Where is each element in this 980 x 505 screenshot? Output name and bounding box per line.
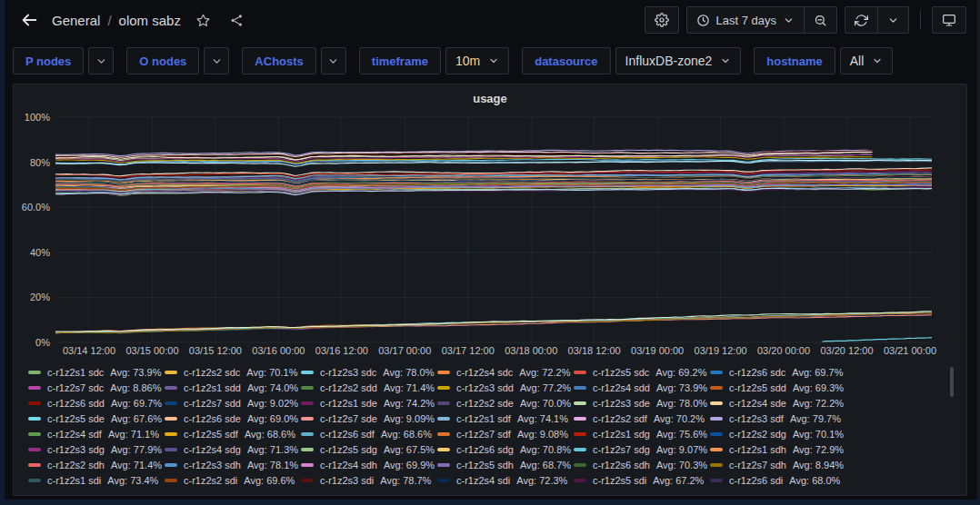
zoom-out-time-button[interactable]	[805, 6, 837, 34]
breadcrumb-folder[interactable]: General	[52, 13, 100, 28]
series-avg: Avg: 70.1%	[246, 367, 297, 378]
legend-item[interactable]: c-r1z2s5 sdeAvg: 67.6%	[28, 413, 165, 424]
legend-item[interactable]: c-r1z2s4 sdjAvg: 79.0%	[574, 490, 710, 493]
refresh-dashboard-button[interactable]	[845, 6, 878, 34]
y-axis-tick-label: 60.0%	[14, 202, 50, 213]
legend-item[interactable]: c-r1z2s6 sddAvg: 69.7%	[28, 398, 165, 409]
grafana-window: General / olom sabz Last 7 days	[0, 0, 980, 505]
variable-p-nodes-label[interactable]: P nodes	[13, 47, 84, 74]
variable-achosts-label[interactable]: AChosts	[242, 47, 315, 74]
legend-item[interactable]: c-r1z2s7 sdfAvg: 9.08%	[437, 429, 574, 440]
legend-item[interactable]: c-r1z2s4 sdiAvg: 72.3%	[437, 475, 574, 486]
legend-item[interactable]: c-r1z2s7 sdgAvg: 9.07%	[574, 444, 710, 455]
variable-timeframe-value-dropdown[interactable]: 10m	[445, 47, 509, 74]
series-name: c-r1z2s7 sdf	[456, 429, 511, 440]
series-name: c-r1z2s6 sdg	[456, 444, 514, 455]
legend-item[interactable]: c-r1z2s1 sdiAvg: 73.4%	[28, 475, 165, 486]
variable-p-nodes-dropdown[interactable]	[88, 47, 114, 74]
legend-item[interactable]: c-r1z2s2 sdeAvg: 70.0%	[437, 398, 574, 409]
series-avg: Avg: 78.0%	[383, 367, 434, 378]
legend-item[interactable]: c-r1z2s3 sdfAvg: 79.7%	[710, 413, 846, 424]
series-color-swatch	[301, 463, 314, 467]
legend-item[interactable]: c-r1z2s2 sdiAvg: 69.6%	[165, 475, 301, 486]
series-color-swatch	[710, 417, 723, 421]
legend-item[interactable]: c-r1z2s1 sdeAvg: 74.2%	[301, 398, 437, 409]
variable-timeframe-label[interactable]: timeframe	[359, 47, 441, 74]
back-button[interactable]	[15, 6, 43, 34]
series-name: c-r1z2s6 sdh	[593, 460, 650, 470]
legend-item[interactable]: c-r1z2s3 sdgAvg: 77.9%	[28, 444, 165, 455]
legend-item[interactable]: c-r1z2s6 sdfAvg: 68.6%	[301, 429, 437, 440]
legend-item[interactable]: c-r1z2s3 sdhAvg: 78.1%	[165, 460, 301, 470]
dashboard-settings-button[interactable]	[645, 6, 679, 34]
legend-item[interactable]: c-r1z2s4 sdhAvg: 69.9%	[301, 460, 437, 470]
variable-datasource-label[interactable]: datasource	[522, 47, 610, 74]
series-name: c-r1z2s7 sdd	[184, 398, 241, 409]
legend-item[interactable]: c-r1z2s2 sdgAvg: 70.1%	[710, 429, 846, 440]
series-name: c-r1z2s2 sdg	[729, 429, 786, 440]
legend-item[interactable]: c-r1z2s7 sdcAvg: 8.86%	[28, 382, 165, 393]
legend-item[interactable]: c-r1z2s4 sddAvg: 73.9%	[574, 382, 710, 393]
legend-item[interactable]: c-r1z2s1 sdjAvg: 78.1%	[165, 490, 301, 493]
legend-item[interactable]: c-r1z2s3 sddAvg: 77.2%	[437, 382, 574, 393]
legend-item[interactable]: c-r1z2s1 sddAvg: 74.0%	[165, 382, 301, 393]
legend-item[interactable]: c-r1z2s5 sdiAvg: 67.2%	[574, 475, 710, 486]
cycle-view-mode-button[interactable]	[932, 6, 966, 34]
legend-item[interactable]: c-r1z2s7 sdeAvg: 9.09%	[301, 413, 437, 424]
series-name: c-r1z2s2 sdd	[320, 382, 377, 393]
legend-item[interactable]: c-r1z2s1 sdhAvg: 72.9%	[710, 444, 846, 455]
legend-item[interactable]: c-r1z2s5 sdgAvg: 67.5%	[301, 444, 437, 455]
series-avg: Avg: 71.1%	[108, 429, 159, 440]
legend-item[interactable]: c-r1z2s5 sdjAvg: 67.1%	[710, 490, 846, 493]
series-color-swatch	[437, 479, 450, 482]
series-name: c-r1z2s3 sdd	[456, 382, 514, 393]
legend-item[interactable]: c-r1z2s3 sdjAvg: 76.0%	[437, 490, 574, 493]
legend-item[interactable]: c-r1z2s6 sdiAvg: 68.0%	[710, 475, 846, 486]
legend-item[interactable]: c-r1z2s4 sdeAvg: 72.2%	[710, 398, 846, 409]
series-name: c-r1z2s3 sdc	[320, 367, 376, 378]
legend-item[interactable]: c-r1z2s6 sdeAvg: 69.0%	[165, 413, 301, 424]
legend-item[interactable]: c-r1z2s5 sddAvg: 69.3%	[710, 382, 846, 393]
share-dashboard-button[interactable]	[225, 9, 248, 32]
legend-item[interactable]: c-r1z2s7 sddAvg: 9.02%	[165, 398, 301, 409]
variable-datasource-value-dropdown[interactable]: InfluxDB-zone2	[615, 47, 742, 74]
legend-item[interactable]: c-r1z2s3 sdiAvg: 78.7%	[301, 475, 437, 486]
legend-item[interactable]: c-r1z2s1 sdcAvg: 73.9%	[28, 367, 165, 378]
legend-item[interactable]: c-r1z2s2 sdfAvg: 70.2%	[574, 413, 710, 424]
legend-scrollbar-thumb[interactable]	[950, 367, 954, 397]
variable-o-nodes-dropdown[interactable]	[204, 47, 229, 74]
legend-item[interactable]: c-r1z2s2 sddAvg: 71.4%	[301, 382, 437, 393]
legend-item[interactable]: c-r1z2s5 sdcAvg: 69.2%	[574, 367, 710, 378]
legend-item[interactable]: c-r1z2s3 sdeAvg: 78.0%	[574, 398, 710, 409]
legend-item[interactable]: c-r1z2s1 sdfAvg: 74.1%	[437, 413, 574, 424]
favorite-star-button[interactable]	[192, 9, 215, 32]
legend-item[interactable]: c-r1z2s2 sdjAvg: 78.0%	[301, 490, 437, 493]
variable-o-nodes-label[interactable]: O nodes	[126, 47, 199, 74]
series-color-swatch	[710, 386, 723, 390]
legend-item[interactable]: c-r1z2s1 sdgAvg: 75.6%	[574, 429, 710, 440]
variable-hostname-value-dropdown[interactable]: All	[840, 47, 894, 74]
time-range-picker[interactable]: Last 7 days	[686, 6, 805, 34]
legend-item[interactable]: c-r1z2s4 sdgAvg: 71.3%	[165, 444, 301, 455]
legend-item[interactable]: c-r1z2s4 sdfAvg: 71.1%	[28, 429, 165, 440]
series-name: c-r1z2s2 sdf	[593, 413, 647, 424]
series-name: c-r1z2s3 sdj	[456, 490, 510, 493]
legend-item[interactable]: c-r1z2s7 sdiAvg: 9.67%	[28, 490, 165, 493]
legend-item[interactable]: c-r1z2s2 sdhAvg: 71.4%	[28, 460, 165, 470]
legend-item[interactable]: c-r1z2s3 sdcAvg: 78.0%	[301, 367, 437, 378]
legend-item[interactable]: c-r1z2s2 sdcAvg: 70.1%	[165, 367, 301, 378]
legend-item[interactable]: c-r1z2s5 sdhAvg: 68.7%	[437, 460, 574, 470]
series-name: c-r1z2s6 sdc	[729, 367, 785, 378]
refresh-interval-dropdown[interactable]	[878, 6, 909, 34]
legend-item[interactable]: c-r1z2s4 sdcAvg: 72.2%	[437, 367, 574, 378]
legend-item[interactable]: c-r1z2s6 sdgAvg: 70.8%	[437, 444, 574, 455]
series-color-swatch	[437, 417, 450, 421]
legend-item[interactable]: c-r1z2s6 sdcAvg: 69.7%	[710, 367, 846, 378]
variable-achosts-dropdown[interactable]	[321, 47, 346, 74]
legend-item[interactable]: c-r1z2s7 sdhAvg: 8.94%	[710, 460, 846, 470]
chevron-down-icon	[720, 55, 731, 66]
series-name: c-r1z2s3 sdi	[320, 475, 374, 486]
legend-item[interactable]: c-r1z2s5 sdfAvg: 68.6%	[165, 429, 301, 440]
legend-item[interactable]: c-r1z2s6 sdhAvg: 70.3%	[574, 460, 710, 470]
variable-hostname-label[interactable]: hostname	[754, 47, 835, 74]
